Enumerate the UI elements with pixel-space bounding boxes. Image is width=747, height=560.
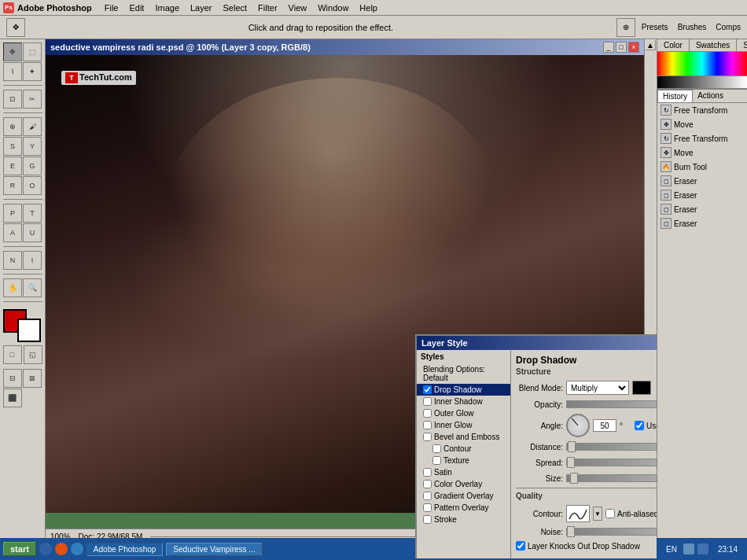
gradient-overlay-item[interactable]: Gradient Overlay bbox=[417, 490, 510, 502]
gradient-overlay-checkbox[interactable] bbox=[423, 492, 432, 500]
magic-wand-tool[interactable]: ✦ bbox=[23, 62, 42, 81]
inner-shadow-checkbox[interactable] bbox=[423, 397, 432, 406]
shape-tool[interactable]: U bbox=[23, 223, 42, 242]
outer-glow-checkbox[interactable] bbox=[423, 409, 432, 418]
menu-image[interactable]: Image bbox=[150, 2, 184, 13]
shadow-color-swatch[interactable] bbox=[632, 381, 651, 395]
menu-file[interactable]: File bbox=[100, 2, 123, 13]
browser2-icon[interactable] bbox=[71, 543, 83, 555]
notes-tool[interactable]: N bbox=[3, 251, 22, 270]
path-select-tool[interactable]: A bbox=[3, 223, 22, 242]
menu-filter[interactable]: Filter bbox=[253, 2, 282, 13]
color-overlay-checkbox[interactable] bbox=[423, 480, 432, 488]
healing-tool[interactable]: ⊕ bbox=[3, 117, 22, 136]
pattern-overlay-item[interactable]: Pattern Overlay bbox=[417, 502, 510, 514]
menu-view[interactable]: View bbox=[284, 2, 312, 13]
network-icon[interactable] bbox=[697, 543, 708, 554]
toolbar-icon-extra[interactable]: ⊕ bbox=[616, 18, 635, 37]
blending-options-item[interactable]: Blending Options: Default bbox=[417, 363, 510, 384]
blend-mode-select[interactable]: Multiply Normal Screen Overlay bbox=[566, 381, 629, 395]
satin-item[interactable]: Satin bbox=[417, 466, 510, 478]
noise-slider[interactable] bbox=[566, 528, 657, 536]
fill-tool[interactable]: G bbox=[23, 157, 42, 175]
opacity-slider[interactable] bbox=[566, 400, 657, 408]
move-tool-options[interactable]: ✥ bbox=[6, 18, 25, 37]
menu-select[interactable]: Select bbox=[219, 2, 252, 13]
history-item-2[interactable]: ↻ Free Transform bbox=[657, 131, 747, 146]
history-item-6[interactable]: ◻ Eraser bbox=[657, 188, 747, 202]
presets-label[interactable]: Brushes bbox=[678, 23, 707, 31]
menu-edit[interactable]: Edit bbox=[124, 2, 149, 13]
standard-screen[interactable]: ⊟ bbox=[3, 369, 22, 388]
color-overlay-item[interactable]: Color Overlay bbox=[417, 478, 510, 490]
inner-glow-checkbox[interactable] bbox=[423, 421, 432, 429]
tab-actions[interactable]: Actions bbox=[693, 90, 728, 102]
history-brush-tool[interactable]: Y bbox=[23, 137, 42, 156]
type-tool[interactable]: T bbox=[23, 204, 42, 223]
dodge-tool[interactable]: O bbox=[23, 176, 42, 195]
slice-tool[interactable]: ✂ bbox=[23, 90, 42, 109]
contour-item[interactable]: Contour bbox=[417, 443, 510, 455]
drop-shadow-item[interactable]: Drop Shadow bbox=[417, 384, 510, 396]
scroll-up-btn[interactable]: ▲ bbox=[645, 39, 656, 50]
menu-window[interactable]: Window bbox=[313, 2, 353, 13]
pen-tool[interactable]: P bbox=[3, 204, 22, 223]
full-screen[interactable]: ⬛ bbox=[3, 389, 22, 407]
outer-glow-item[interactable]: Outer Glow bbox=[417, 407, 510, 419]
distance-slider[interactable] bbox=[566, 443, 657, 451]
contour-checkbox[interactable] bbox=[432, 444, 441, 453]
comps-label[interactable]: Comps bbox=[716, 23, 741, 31]
standard-mode[interactable]: □ bbox=[3, 345, 22, 364]
brushes-label[interactable]: Presets bbox=[642, 23, 668, 31]
history-item-0[interactable]: ↻ Free Transform bbox=[657, 103, 747, 117]
spread-slider[interactable] bbox=[566, 459, 657, 466]
angle-dial[interactable] bbox=[566, 414, 590, 437]
maximized-screen[interactable]: ⊠ bbox=[23, 369, 42, 388]
history-item-1[interactable]: ✥ Move bbox=[657, 117, 747, 131]
move-tool[interactable]: ✥ bbox=[3, 42, 22, 61]
quick-mask-mode[interactable]: ◱ bbox=[24, 345, 42, 364]
lasso-tool[interactable]: ⌇ bbox=[3, 62, 22, 81]
color-gradient-bar[interactable] bbox=[657, 52, 747, 76]
history-item-4[interactable]: 🔥 Burn Tool bbox=[657, 160, 747, 174]
history-item-5[interactable]: ◻ Eraser bbox=[657, 174, 747, 188]
tab-history[interactable]: History bbox=[657, 90, 693, 102]
sound-icon[interactable] bbox=[683, 543, 694, 554]
hand-tool[interactable]: ✋ bbox=[3, 278, 22, 297]
stroke-checkbox[interactable] bbox=[423, 515, 432, 524]
history-item-8[interactable]: ◻ Eraser bbox=[657, 216, 747, 230]
canvas-minimize-btn[interactable]: _ bbox=[603, 42, 614, 53]
contour-dropdown-btn[interactable]: ▼ bbox=[593, 507, 602, 521]
background-color[interactable] bbox=[17, 319, 41, 342]
taskbar-photoshop[interactable]: Adobe Photoshop bbox=[86, 543, 164, 556]
canvas-close-btn[interactable]: × bbox=[628, 42, 639, 53]
inner-shadow-item[interactable]: Inner Shadow bbox=[417, 396, 510, 407]
texture-item[interactable]: Texture bbox=[417, 455, 510, 466]
zoom-tool[interactable]: 🔍 bbox=[23, 278, 42, 297]
menu-help[interactable]: Help bbox=[355, 2, 382, 13]
history-item-3[interactable]: ✥ Move bbox=[657, 146, 747, 160]
menu-layer[interactable]: Layer bbox=[186, 2, 217, 13]
firefox-icon[interactable] bbox=[55, 543, 68, 555]
bevel-emboss-checkbox[interactable] bbox=[423, 433, 432, 441]
tab-third[interactable]: S bbox=[737, 39, 747, 51]
crop-tool[interactable]: ⊡ bbox=[3, 90, 22, 109]
blur-tool[interactable]: R bbox=[3, 176, 22, 195]
canvas-maximize-btn[interactable]: □ bbox=[616, 42, 627, 53]
history-item-7[interactable]: ◻ Eraser bbox=[657, 202, 747, 216]
anti-alias-checkbox[interactable] bbox=[605, 509, 615, 518]
marquee-tool[interactable]: ⬚ bbox=[23, 42, 42, 61]
texture-checkbox[interactable] bbox=[432, 456, 441, 465]
eyedropper-tool[interactable]: I bbox=[23, 251, 42, 270]
size-slider[interactable] bbox=[566, 474, 657, 482]
start-button[interactable]: start bbox=[3, 542, 36, 556]
brush-tool[interactable]: 🖌 bbox=[23, 117, 42, 136]
layer-knocks-checkbox[interactable] bbox=[516, 541, 525, 551]
tab-color[interactable]: Color bbox=[657, 39, 690, 51]
drop-shadow-checkbox[interactable] bbox=[423, 385, 432, 394]
satin-checkbox[interactable] bbox=[423, 468, 432, 477]
angle-input[interactable] bbox=[593, 419, 616, 432]
inner-glow-item[interactable]: Inner Glow bbox=[417, 419, 510, 431]
internet-explorer-icon[interactable] bbox=[39, 543, 52, 555]
use-global-light-checkbox[interactable] bbox=[635, 421, 644, 430]
